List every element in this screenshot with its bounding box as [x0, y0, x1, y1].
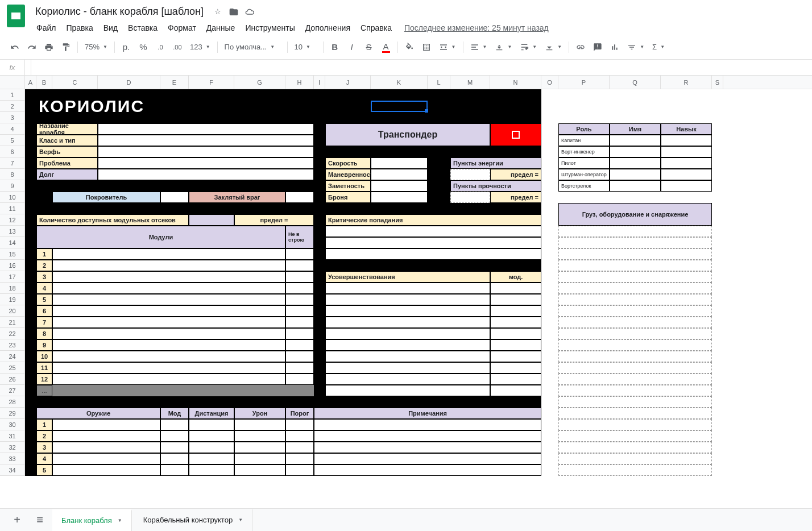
- weapon-mod-2[interactable]: [160, 430, 189, 442]
- impr-mod-22[interactable]: [490, 339, 541, 351]
- row-header-26[interactable]: 26: [0, 374, 24, 385]
- crew-role-3[interactable]: Штурман-оператор: [558, 169, 610, 180]
- select-all-corner[interactable]: [0, 76, 25, 89]
- weapon-thr-1[interactable]: [285, 419, 314, 430]
- weapon-h-damage[interactable]: Урон: [234, 408, 285, 419]
- cargo-row-33[interactable]: [558, 464, 712, 476]
- crew-name-3[interactable]: [610, 169, 661, 180]
- module-num-2[interactable]: 2: [36, 260, 52, 271]
- weapon-dmg-1[interactable]: [234, 419, 285, 430]
- crew-skill-4[interactable]: [661, 180, 712, 192]
- weapon-mod-1[interactable]: [160, 419, 189, 430]
- cargo-row-16[interactable]: [558, 271, 712, 283]
- row-header-28[interactable]: 28: [0, 396, 24, 408]
- input-shipyard[interactable]: [98, 146, 314, 157]
- font-size-select[interactable]: 10▼: [291, 39, 320, 55]
- doc-title[interactable]: Кориолис - бланк корабля [шаблон]: [32, 5, 207, 19]
- input-maneuver[interactable]: [371, 169, 428, 180]
- font-select[interactable]: По умолча...▼: [221, 39, 284, 55]
- filter-button[interactable]: ▼: [624, 39, 648, 55]
- cargo-row-14[interactable]: [558, 248, 712, 260]
- weapon-thr-4[interactable]: [285, 453, 314, 464]
- cloud-icon[interactable]: [245, 7, 255, 17]
- zoom-select[interactable]: 75%▼: [81, 39, 111, 55]
- module-num-4[interactable]: 4: [36, 283, 52, 294]
- impr-name-20[interactable]: [325, 317, 490, 328]
- last-edit-link[interactable]: Последнее изменение: 25 минут назад: [404, 23, 549, 32]
- row-header-25[interactable]: 25: [0, 362, 24, 374]
- input-speed[interactable]: [371, 157, 428, 169]
- row-header-24[interactable]: 24: [0, 351, 24, 362]
- row-header-3[interactable]: 3: [0, 112, 24, 123]
- cargo-row-18[interactable]: [558, 294, 712, 305]
- col-header-E[interactable]: E: [160, 76, 189, 89]
- module-oos-10[interactable]: [285, 351, 314, 362]
- module-oos-2[interactable]: [285, 260, 314, 271]
- crit-row-14[interactable]: [325, 248, 541, 260]
- fill-color-button[interactable]: [401, 39, 417, 55]
- menu-view[interactable]: Вид: [99, 21, 122, 35]
- col-header-Q[interactable]: Q: [610, 76, 661, 89]
- module-oos-12[interactable]: [285, 374, 314, 385]
- col-header-G[interactable]: G: [234, 76, 285, 89]
- input-modules-avail[interactable]: [189, 214, 234, 226]
- weapon-num-1[interactable]: 1: [36, 419, 52, 430]
- cargo-row-31[interactable]: [558, 442, 712, 453]
- weapon-mod-5[interactable]: [160, 464, 189, 476]
- weapon-dist-1[interactable]: [189, 419, 234, 430]
- text-color-button[interactable]: A: [378, 39, 394, 55]
- weapon-notes-5[interactable]: [314, 464, 541, 476]
- undo-button[interactable]: [7, 39, 23, 55]
- impr-name-22[interactable]: [325, 339, 490, 351]
- link-button[interactable]: [573, 39, 589, 55]
- menu-file[interactable]: Файл: [32, 21, 60, 35]
- strikethrough-button[interactable]: S: [361, 39, 377, 55]
- module-num-9[interactable]: 9: [36, 339, 52, 351]
- crew-role-2[interactable]: Пилот: [558, 157, 610, 169]
- weapon-num-3[interactable]: 3: [36, 442, 52, 453]
- col-header-H[interactable]: H: [285, 76, 314, 89]
- logo-text[interactable]: КОРИОЛИС: [36, 89, 314, 123]
- crew-skill-3[interactable]: [661, 169, 712, 180]
- weapon-name-3[interactable]: [52, 442, 160, 453]
- menu-tools[interactable]: Инструменты: [241, 21, 299, 35]
- row-header-31[interactable]: 31: [0, 430, 24, 442]
- weapon-h-weapon[interactable]: Оружие: [36, 408, 160, 419]
- cargo-row-27[interactable]: [558, 396, 712, 408]
- label-hull[interactable]: Пункты прочности: [450, 180, 541, 192]
- module-oos-8[interactable]: [285, 328, 314, 339]
- module-name-3[interactable]: [52, 271, 285, 283]
- crew-skill-1[interactable]: [661, 146, 712, 157]
- impr-mod-21[interactable]: [490, 328, 541, 339]
- module-num-12[interactable]: 12: [36, 374, 52, 385]
- module-oos-4[interactable]: [285, 283, 314, 294]
- modules-header[interactable]: Модули: [36, 226, 285, 248]
- row-header-2[interactable]: 2: [0, 101, 24, 112]
- weapon-notes-3[interactable]: [314, 442, 541, 453]
- impr-mod-25[interactable]: [490, 374, 541, 385]
- weapon-thr-3[interactable]: [285, 442, 314, 453]
- improvements-mod-header[interactable]: мод.: [490, 271, 541, 283]
- module-num-1[interactable]: 1: [36, 248, 52, 260]
- menu-help[interactable]: Справка: [356, 21, 396, 35]
- module-oos-9[interactable]: [285, 339, 314, 351]
- weapon-num-5[interactable]: 5: [36, 464, 52, 476]
- weapon-dmg-2[interactable]: [234, 430, 285, 442]
- weapon-num-2[interactable]: 2: [36, 430, 52, 442]
- crit-hits-header[interactable]: Критические попадания: [325, 214, 541, 226]
- label-speed[interactable]: Скорость: [325, 157, 371, 169]
- row-header-10[interactable]: 10: [0, 192, 24, 203]
- weapon-h-distance[interactable]: Дистанция: [189, 408, 234, 419]
- cargo-row-23[interactable]: [558, 351, 712, 362]
- impr-mod-20[interactable]: [490, 317, 541, 328]
- input-energy[interactable]: [450, 169, 490, 180]
- module-name-6[interactable]: [52, 305, 285, 317]
- weapon-thr-2[interactable]: [285, 430, 314, 442]
- col-header-O[interactable]: O: [541, 76, 558, 89]
- crew-name-4[interactable]: [610, 180, 661, 192]
- weapon-num-4[interactable]: 4: [36, 453, 52, 464]
- crew-name-1[interactable]: [610, 146, 661, 157]
- crew-skill-header[interactable]: Навык: [661, 123, 712, 135]
- impr-mod-19[interactable]: [490, 305, 541, 317]
- impr-mod-26[interactable]: [490, 385, 541, 396]
